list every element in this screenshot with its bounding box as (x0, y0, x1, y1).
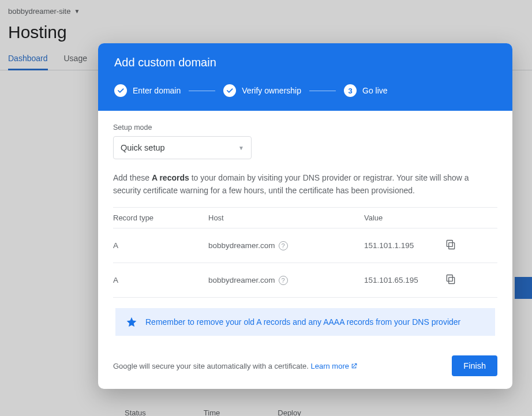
record-value: 151.101.65.195 (364, 276, 445, 284)
stepper-line (309, 91, 336, 91)
check-icon (223, 84, 236, 97)
step-label: Enter domain (133, 86, 181, 95)
svg-rect-0 (449, 243, 455, 249)
svg-rect-2 (449, 278, 455, 284)
instruction-prefix: Add these (113, 173, 152, 182)
step-label: Verify ownership (242, 86, 301, 95)
star-icon (126, 316, 137, 328)
col-header-host: Host (208, 213, 364, 222)
step-verify-ownership: Verify ownership (223, 84, 301, 97)
svg-rect-3 (447, 275, 452, 282)
svg-rect-1 (447, 241, 452, 247)
help-icon[interactable]: ? (279, 241, 288, 250)
add-custom-domain-dialog: Add custom domain Enter domain Verify ow… (98, 43, 512, 389)
select-value: Quick setup (121, 143, 165, 152)
record-host: bobbydreamer.com (208, 241, 275, 250)
footer-message: Google will secure your site automatical… (113, 362, 310, 370)
copy-icon[interactable] (445, 239, 456, 252)
dialog-header: Add custom domain Enter domain Verify ow… (98, 43, 512, 111)
table-row: A bobbydreamer.com ? 151.101.1.195 (113, 228, 497, 263)
instruction-text: Add these A records to your domain by vi… (113, 172, 497, 197)
record-host: bobbydreamer.com (208, 276, 275, 284)
record-type: A (113, 276, 208, 284)
finish-button[interactable]: Finish (452, 355, 497, 376)
instruction-bold: A records (152, 173, 189, 182)
learn-more-label: Learn more (310, 362, 349, 370)
setup-mode-select[interactable]: Quick setup ▼ (113, 136, 252, 159)
step-label: Go live (362, 86, 388, 95)
table-row: A bobbydreamer.com ? 151.101.65.195 (113, 263, 497, 298)
col-header-type: Record type (113, 213, 208, 222)
record-type: A (113, 241, 208, 250)
records-table: Record type Host Value A bobbydreamer.co… (113, 207, 497, 298)
step-go-live: 3 Go live (344, 84, 388, 97)
stepper: Enter domain Verify ownership 3 Go live (114, 84, 496, 97)
dialog-footer: Google will secure your site automatical… (98, 338, 512, 389)
step-number-icon: 3 (344, 84, 357, 97)
setup-mode-label: Setup mode (113, 123, 497, 132)
col-header-value: Value (364, 213, 445, 222)
learn-more-link[interactable]: Learn more (310, 362, 357, 370)
external-link-icon (350, 362, 358, 370)
note-banner: Remember to remove your old A records an… (115, 308, 495, 336)
note-text: Remember to remove your old A records an… (145, 317, 460, 327)
footer-text: Google will secure your site automatical… (113, 362, 358, 370)
check-icon (114, 84, 127, 97)
chevron-down-icon: ▼ (238, 145, 244, 151)
dialog-title: Add custom domain (114, 56, 496, 69)
help-icon[interactable]: ? (279, 276, 288, 285)
step-enter-domain: Enter domain (114, 84, 181, 97)
record-value: 151.101.1.195 (364, 241, 445, 250)
table-header: Record type Host Value (113, 208, 497, 228)
stepper-line (189, 91, 215, 91)
dialog-body: Setup mode Quick setup ▼ Add these A rec… (98, 111, 512, 338)
copy-icon[interactable] (445, 273, 456, 287)
